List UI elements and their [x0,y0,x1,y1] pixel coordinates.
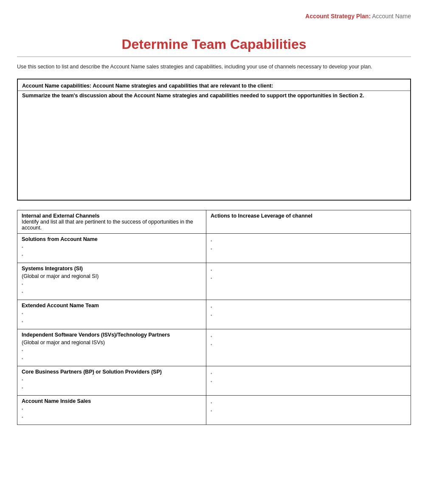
row4-bullet2 [22,355,202,362]
capabilities-header-text: Account Name capabilities: Account Name … [22,83,273,89]
row5-bullet1 [22,377,202,383]
row2-right [206,263,411,300]
row3-left: Extended Account Name Team [17,300,206,329]
capabilities-header: Account Name capabilities: Account Name … [18,79,410,91]
header-account-name: Account Name [372,13,411,20]
row4-action1 [211,333,406,340]
row1-title: Solutions from Account Name [22,236,202,242]
capabilities-box: Account Name capabilities: Account Name … [17,79,411,201]
row1-action2 [211,246,406,252]
row6-left: Account Name Inside Sales [17,395,206,425]
table-header-row: Internal and External Channels Identify … [17,210,411,233]
row4-action2 [211,341,406,348]
capabilities-body [18,102,410,200]
row1-bullet2 [22,252,202,259]
row3-bullet1 [22,310,202,317]
col1-header-cell: Internal and External Channels Identify … [17,210,206,233]
row2-action1 [211,267,406,274]
row5-left: Core Business Partners (BP) or Solution … [17,366,206,395]
row3-action2 [211,312,406,319]
table-row: Solutions from Account Name [17,233,411,263]
row3-right [206,300,411,329]
row1-right [206,233,411,263]
row2-bullet1 [22,281,202,288]
capabilities-subtext-text: Summarize the team's discussion about th… [22,93,364,99]
table-row: Extended Account Name Team [17,300,411,329]
col2-header: Actions to Increase Leverage of channel [211,213,313,219]
row6-action2 [211,408,406,414]
intro-text: Use this section to list and describe th… [17,63,411,71]
row5-right [206,366,411,395]
row2-action2 [211,275,406,282]
row4-right [206,329,411,366]
row3-action1 [211,304,406,311]
capabilities-subtext: Summarize the team's discussion about th… [18,91,410,102]
row6-action1 [211,399,406,406]
page-header: Account Strategy Plan: Account Name [17,8,411,28]
col1-sub: Identify and list all that are pertinent… [22,219,193,231]
row4-title: Independent Software Vendors (ISVs)/Tech… [22,332,202,338]
channels-table: Internal and External Channels Identify … [17,210,411,425]
table-row: Core Business Partners (BP) or Solution … [17,366,411,395]
col2-header-cell: Actions to Increase Leverage of channel [206,210,411,233]
row2-subtitle: (Global or major and regional SI) [22,273,202,279]
row3-title: Extended Account Name Team [22,303,202,309]
row2-left: Systems Integrators (SI) (Global or majo… [17,263,206,300]
row2-bullet2 [22,289,202,296]
row6-bullet2 [22,414,202,421]
row2-title: Systems Integrators (SI) [22,266,202,272]
row6-title: Account Name Inside Sales [22,398,202,404]
row5-action1 [211,370,406,377]
row1-action1 [211,238,406,244]
row6-right [206,395,411,425]
header-label: Account Strategy Plan: [305,13,371,20]
row3-bullet2 [22,318,202,325]
row1-left: Solutions from Account Name [17,233,206,263]
table-row: Independent Software Vendors (ISVs)/Tech… [17,329,411,366]
col1-header: Internal and External Channels [22,213,99,219]
row4-bullet1 [22,347,202,354]
row4-subtitle: (Global or major and regional ISVs) [22,340,202,345]
row5-action2 [211,378,406,385]
row5-title: Core Business Partners (BP) or Solution … [22,369,202,375]
row1-bullet1 [22,244,202,251]
row4-left: Independent Software Vendors (ISVs)/Tech… [17,329,206,366]
table-row: Systems Integrators (SI) (Global or majo… [17,263,411,300]
page-title: Determine Team Capabilities [17,28,411,57]
table-row: Account Name Inside Sales [17,395,411,425]
row6-bullet1 [22,406,202,413]
row5-bullet2 [22,385,202,391]
